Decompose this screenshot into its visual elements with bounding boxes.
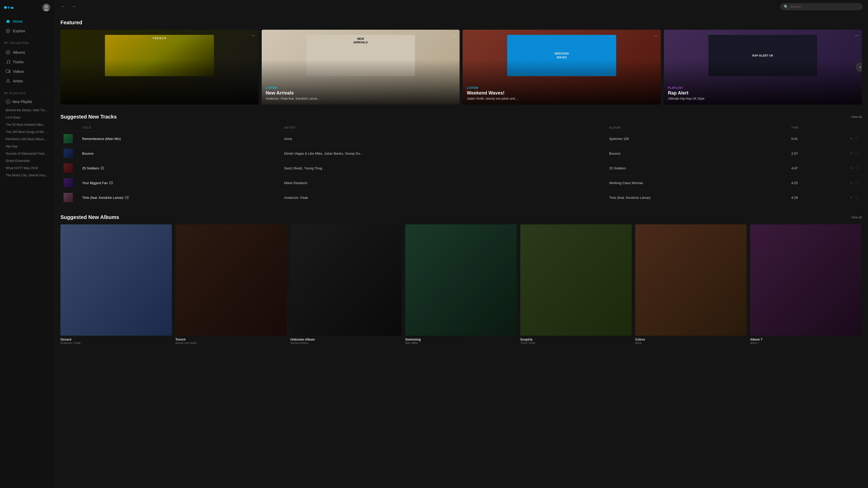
table-row[interactable]: Remembrance (Main Mix) Anna Speicher 105…: [60, 131, 862, 146]
featured-card-1[interactable]: NEWARRIVALS ··· LISTEN New Arrivals Ande…: [262, 30, 460, 104]
plus-icon: +: [6, 99, 10, 104]
sidebar-item-explore[interactable]: Explore: [2, 26, 53, 36]
track-thumb-cell: [60, 146, 79, 161]
favorite-track-button[interactable]: ♡: [855, 136, 859, 141]
playlist-item[interactable]: Drake Essentials: [2, 157, 53, 164]
featured-title-1: New Arrivals: [266, 90, 456, 96]
albums-section-title: Suggested New Albums: [60, 214, 119, 220]
track-actions: + ♡: [844, 166, 859, 171]
album-artist: Anderson .Paak: [60, 341, 172, 345]
avatar[interactable]: [42, 4, 50, 11]
album-artist: Beck: [635, 341, 747, 345]
featured-content-0: LISTEN twenty one pilots Trench: [60, 71, 258, 105]
album-title: Colors: [635, 338, 747, 341]
table-row[interactable]: Your Biggest Fan E Marie Davidson Workin…: [60, 175, 862, 190]
favorite-track-button[interactable]: ♡: [855, 195, 859, 200]
featured-content-1: LISTEN New Arrivals Anderson .Paak feat.…: [262, 30, 460, 104]
track-thumbnail: [64, 193, 73, 202]
track-thumbnail: [64, 163, 73, 173]
album-card[interactable]: Trench twenty one pilots: [176, 224, 287, 345]
sidebar-tracks-label: Tracks: [13, 60, 24, 64]
featured-content-2: LISTEN Weekend Waves! Jaden Smith, twent…: [463, 30, 661, 104]
track-title-cell: Your Biggest Fan E: [79, 175, 281, 190]
track-time-cell: 4:29: [788, 190, 841, 205]
favorite-track-button[interactable]: ♡: [855, 166, 859, 171]
sidebar-item-albums[interactable]: Albums: [2, 48, 53, 57]
home-icon: [6, 19, 10, 24]
artist-icon: [6, 79, 10, 84]
track-actions-cell: + ♡: [841, 175, 862, 190]
playlist-list: Behind the Decks: Seth Tro...Lo-fi HazeT…: [0, 107, 54, 179]
albums-view-all-button[interactable]: View all: [851, 216, 862, 219]
sidebar-item-tracks[interactable]: Tracks: [2, 57, 53, 67]
featured-card-2[interactable]: WEEKENDWAVES ··· LISTEN Weekend Waves! J…: [463, 30, 661, 104]
playlist-item[interactable]: Hip-Hop: [2, 143, 53, 150]
track-thumbnail: [64, 134, 73, 143]
back-button[interactable]: ←: [59, 3, 67, 10]
add-track-button[interactable]: +: [850, 195, 852, 200]
col-artist-header: ARTIST: [281, 124, 606, 131]
album-thumbnail: [405, 224, 517, 336]
tidal-dot-1: [4, 6, 7, 9]
content-area: Featured ··· LISTEN twenty one pilots Tr…: [54, 13, 868, 488]
track-artist-cell: Anna: [281, 131, 606, 146]
featured-card-0[interactable]: ··· LISTEN twenty one pilots Trench: [60, 30, 258, 104]
featured-row: ··· LISTEN twenty one pilots Trench NEWA…: [60, 30, 862, 104]
sidebar-item-home[interactable]: Home: [2, 17, 53, 26]
playlist-item[interactable]: Pitchfork's 200 Best Album...: [2, 135, 53, 143]
col-thumb: [60, 124, 79, 131]
playlist-item[interactable]: What Hi-Fi? May 2018: [2, 164, 53, 172]
track-artist-cell: Anderson .Paak: [281, 190, 606, 205]
table-row[interactable]: Tints (feat. Kendrick Lamar) E Anderson …: [60, 190, 862, 205]
forward-button[interactable]: →: [70, 3, 77, 10]
table-row[interactable]: 25 Soldiers E Swizz Beatz, Young Thug 25…: [60, 161, 862, 175]
album-artist: Thom Yorke: [520, 341, 632, 345]
add-track-button[interactable]: +: [850, 166, 852, 170]
favorite-track-button[interactable]: ♡: [855, 181, 859, 185]
tracks-table-head: TITLE ARTIST ALBUM TIME: [60, 124, 862, 131]
playlist-item[interactable]: Behind the Decks: Seth Tro...: [2, 107, 53, 114]
track-name: 25 Soldiers: [82, 166, 99, 170]
tracks-icon: [6, 60, 10, 64]
add-track-button[interactable]: +: [850, 151, 852, 156]
playlist-item[interactable]: The 50 Best Ambient Albu...: [2, 121, 53, 128]
track-thumbnail: [64, 178, 73, 188]
album-card[interactable]: Suspiria Thom Yorke: [520, 224, 632, 345]
playlist-item[interactable]: Sounds of Dekmantel Festi...: [2, 150, 53, 157]
track-title-wrapper: Tints (feat. Kendrick Lamar) E: [82, 196, 278, 200]
search-input[interactable]: [790, 5, 859, 8]
featured-more-3[interactable]: ···: [855, 33, 859, 38]
sidebar-header: [0, 0, 54, 15]
sidebar-item-videos[interactable]: Videos: [2, 67, 53, 76]
album-card[interactable]: Unknown Album Various Artists: [290, 224, 402, 345]
track-thumb-cell: [60, 175, 79, 190]
track-name: Tints (feat. Kendrick Lamar): [82, 196, 123, 200]
sidebar-item-artists[interactable]: Artists: [2, 76, 53, 86]
album-card[interactable]: Oxnard Anderson .Paak: [60, 224, 172, 345]
video-icon: [6, 69, 10, 74]
featured-more-2[interactable]: ···: [654, 33, 657, 38]
tracks-view-all-button[interactable]: View all: [851, 115, 862, 119]
svg-rect-6: [6, 70, 9, 72]
playlist-item[interactable]: Lo-fi Haze: [2, 114, 53, 121]
track-thumb-cell: [60, 161, 79, 175]
playlist-item[interactable]: The 200 Best Songs of the ...: [2, 128, 53, 135]
playlist-item[interactable]: The Motor City: Detroit Hou...: [2, 172, 53, 179]
album-card[interactable]: Album 7 Artist 7: [750, 224, 862, 345]
track-name: Your Biggest Fan: [82, 181, 108, 185]
add-track-button[interactable]: +: [850, 136, 852, 141]
album-card[interactable]: Colors Beck: [635, 224, 747, 345]
album-title: Suspiria: [520, 338, 632, 341]
album-card[interactable]: Swimming Mac Miller: [405, 224, 517, 345]
playlists-more-button[interactable]: ···: [47, 91, 50, 95]
featured-more-0[interactable]: ···: [251, 33, 255, 38]
favorite-track-button[interactable]: ♡: [855, 151, 859, 156]
new-playlist-button[interactable]: + New Playlist: [2, 97, 53, 106]
add-track-button[interactable]: +: [850, 181, 852, 185]
track-actions-cell: + ♡: [841, 131, 862, 146]
featured-more-1[interactable]: ···: [453, 33, 457, 38]
album-thumbnail: [635, 224, 747, 336]
table-row[interactable]: Bounce Dimitri Vegas & Like Mike, Julian…: [60, 146, 862, 161]
featured-card-3[interactable]: RAP ALERT UK ··· PLAYLIST Rap Alert Ulti…: [664, 30, 862, 104]
track-title-wrapper: 25 Soldiers E: [82, 166, 278, 170]
